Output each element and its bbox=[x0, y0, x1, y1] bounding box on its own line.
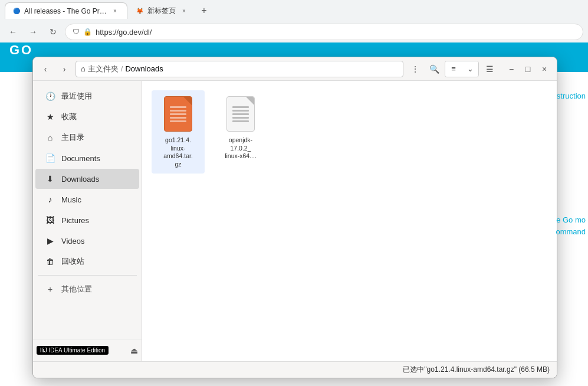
sidebar-item-pictures[interactable]: 🖼 Pictures bbox=[35, 210, 139, 230]
sidebar-trash-label: 回收站 bbox=[61, 256, 84, 267]
tar-archive-icon bbox=[226, 96, 255, 132]
tab-go[interactable]: 🔵 All releases - The Go Prog... × bbox=[5, 2, 127, 19]
fm-search-button[interactable]: 🔍 bbox=[426, 61, 442, 77]
home-dir-icon: ⌂ bbox=[45, 133, 55, 142]
tar-stripe-2 bbox=[170, 110, 186, 112]
fm-breadcrumb[interactable]: ⌂ 主文件夹 / Downloads bbox=[75, 61, 403, 77]
file-label-go-tar: go1.21.4.linux-amd64.tar.gz bbox=[163, 136, 193, 169]
go-mo-text: e Go mo bbox=[556, 215, 586, 224]
tab-new-close[interactable]: × bbox=[179, 6, 189, 15]
tar-stripe-o1 bbox=[232, 106, 249, 108]
sidebar-item-downloads[interactable]: ⬇ Downloads bbox=[35, 169, 139, 189]
go-logo: GO bbox=[0, 42, 42, 57]
security-shield-icon: 🛡 bbox=[73, 28, 80, 36]
file-manager-window: ‹ › ⌂ 主文件夹 / Downloads ⋮ 🔍 ≡ ⌄ ☰ − □ × bbox=[32, 57, 557, 378]
fm-window-controls: − □ × bbox=[504, 61, 552, 77]
fm-sidebar-bottom: lliJ IDEA Ultimate Edition ⏏ bbox=[33, 339, 142, 361]
file-item-openjdk-tar[interactable]: openjdk-17.0.2_linux-x64.... bbox=[214, 90, 267, 174]
close-button[interactable]: × bbox=[537, 61, 552, 77]
trash-icon: 🗑 bbox=[45, 257, 55, 266]
tar-stripe-o5 bbox=[232, 120, 249, 122]
tab-new-favicon: 🦊 bbox=[136, 6, 144, 15]
music-icon: ♪ bbox=[45, 195, 55, 204]
url-text: https://go.dev/dl/ bbox=[96, 28, 152, 37]
fm-options-button[interactable]: ☰ bbox=[481, 61, 498, 77]
fm-statusbar: 已选中"go1.21.4.linux-amd64.tar.gz" (66.5 M… bbox=[33, 361, 557, 378]
tab-new-label: 新标签页 bbox=[147, 6, 176, 16]
sidebar-videos-label: Videos bbox=[61, 237, 85, 246]
minimize-button[interactable]: − bbox=[504, 61, 519, 77]
fm-titlebar: ‹ › ⌂ 主文件夹 / Downloads ⋮ 🔍 ≡ ⌄ ☰ − □ × bbox=[33, 57, 557, 81]
tab-go-favicon: 🔵 bbox=[12, 7, 21, 15]
recent-icon: 🕐 bbox=[45, 91, 55, 101]
view-toggle: ≡ ⌄ bbox=[445, 61, 479, 77]
fm-main: 🕐 最近使用 ★ 收藏 ⌂ 主目录 📄 Documents ⬇ Download… bbox=[33, 81, 557, 361]
tar-stripe-5 bbox=[170, 120, 186, 122]
back-button[interactable]: ← bbox=[5, 24, 21, 40]
selection-status: 已选中"go1.21.4.linux-amd64.tar.gz" (66.5 M… bbox=[403, 365, 550, 375]
forward-button[interactable]: → bbox=[25, 24, 41, 40]
refresh-button[interactable]: ↻ bbox=[45, 24, 61, 40]
file-icon-openjdk-tar bbox=[225, 95, 256, 133]
new-tab-button[interactable]: + bbox=[197, 4, 211, 18]
list-view-button[interactable]: ≡ bbox=[445, 61, 462, 77]
breadcrumb-current: Downloads bbox=[125, 64, 163, 73]
browser-chrome: 🔵 All releases - The Go Prog... × 🦊 新标签页… bbox=[0, 0, 588, 43]
tab-go-label: All releases - The Go Prog... bbox=[24, 7, 107, 15]
sidebar-item-home[interactable]: ⌂ 主目录 bbox=[35, 127, 139, 148]
idea-badge: lliJ IDEA Ultimate Edition bbox=[37, 346, 109, 355]
fm-toolbar-right: ⋮ 🔍 ≡ ⌄ ☰ bbox=[407, 61, 498, 77]
documents-icon: 📄 bbox=[45, 153, 55, 163]
sidebar-documents-label: Documents bbox=[61, 154, 100, 163]
fm-forward-button[interactable]: › bbox=[57, 61, 72, 77]
sidebar-item-recent[interactable]: 🕐 最近使用 bbox=[35, 86, 139, 106]
tar-stripe-4 bbox=[170, 117, 186, 119]
sidebar-divider bbox=[38, 275, 137, 276]
instruction-text: struction bbox=[557, 91, 586, 100]
tar-stripes-openjdk bbox=[232, 106, 249, 122]
add-icon: + bbox=[45, 284, 55, 294]
sidebar-recent-label: 最近使用 bbox=[61, 91, 92, 102]
sidebar-downloads-label: Downloads bbox=[61, 175, 99, 184]
sidebar-music-label: Music bbox=[61, 195, 81, 204]
sidebar-item-music[interactable]: ♪ Music bbox=[35, 189, 139, 210]
pictures-icon: 🖼 bbox=[45, 215, 55, 225]
breadcrumb-separator: / bbox=[121, 64, 123, 73]
address-bar: ← → ↻ 🛡 🔒 https://go.dev/dl/ bbox=[0, 21, 588, 42]
tar-stripe-o4 bbox=[232, 117, 249, 119]
downloads-icon: ⬇ bbox=[45, 174, 55, 184]
sidebar-add-location[interactable]: + 其他位置 bbox=[35, 279, 139, 299]
view-chevron-button[interactable]: ⌄ bbox=[462, 61, 478, 77]
bookmarks-icon: ★ bbox=[45, 112, 55, 122]
tab-new[interactable]: 🦊 新标签页 × bbox=[129, 2, 196, 19]
sidebar-item-documents[interactable]: 📄 Documents bbox=[35, 148, 139, 168]
videos-icon: ▶ bbox=[45, 236, 55, 246]
file-item-go-tar[interactable]: go1.21.4.linux-amd64.tar.gz bbox=[152, 90, 205, 174]
home-icon: ⌂ bbox=[81, 64, 86, 73]
sidebar-pictures-label: Pictures bbox=[61, 216, 89, 225]
lock-icon: 🔒 bbox=[83, 28, 92, 36]
sidebar-item-videos[interactable]: ▶ Videos bbox=[35, 231, 139, 251]
fm-content: go1.21.4.linux-amd64.tar.gz o bbox=[142, 81, 557, 361]
tar-stripes bbox=[170, 106, 186, 122]
fm-menu-button[interactable]: ⋮ bbox=[407, 61, 423, 77]
maximize-button[interactable]: □ bbox=[520, 61, 536, 77]
tab-go-close[interactable]: × bbox=[110, 6, 120, 16]
fm-back-button[interactable]: ‹ bbox=[38, 61, 53, 77]
tab-bar: 🔵 All releases - The Go Prog... × 🦊 新标签页… bbox=[0, 0, 588, 21]
tar-stripe-o3 bbox=[232, 113, 249, 115]
tar-stripe-o2 bbox=[232, 110, 249, 112]
fm-sidebar: 🕐 最近使用 ★ 收藏 ⌂ 主目录 📄 Documents ⬇ Download… bbox=[33, 81, 142, 361]
command-text: ommand bbox=[556, 227, 586, 236]
eject-icon[interactable]: ⏏ bbox=[130, 346, 138, 355]
sidebar-item-trash[interactable]: 🗑 回收站 bbox=[35, 251, 139, 271]
sidebar-bookmarks-label: 收藏 bbox=[61, 112, 77, 122]
sidebar-item-bookmarks[interactable]: ★ 收藏 bbox=[35, 107, 139, 127]
breadcrumb-home[interactable]: 主文件夹 bbox=[88, 64, 119, 74]
sidebar-home-label: 主目录 bbox=[61, 132, 84, 143]
file-icon-go-tar bbox=[163, 95, 193, 133]
tar-stripe-1 bbox=[170, 106, 186, 108]
add-location-label: 其他位置 bbox=[61, 284, 92, 295]
tar-archive-icon-selected bbox=[164, 96, 192, 132]
url-bar[interactable]: 🛡 🔒 https://go.dev/dl/ bbox=[65, 24, 583, 40]
